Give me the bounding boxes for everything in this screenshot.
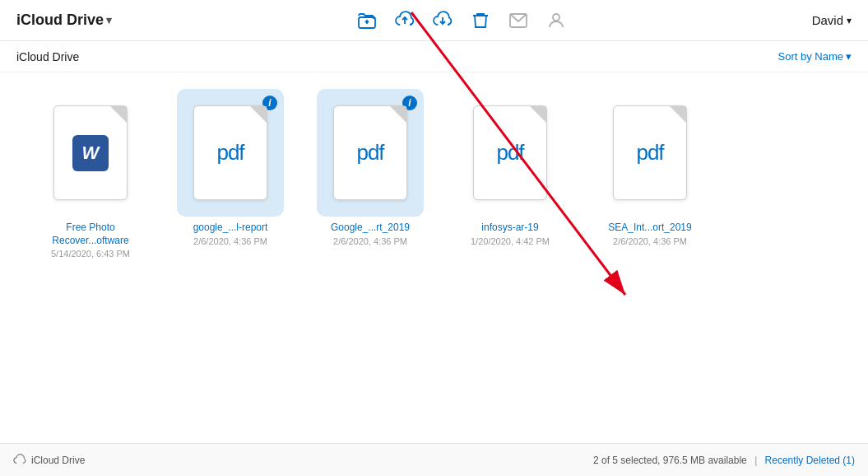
footer-icloud-label: iCloud Drive: [31, 455, 85, 466]
pdf-file-icon-4: pdf: [473, 105, 547, 200]
file-icon-wrapper-1: W: [37, 89, 144, 217]
pdf-label-4: pdf: [496, 140, 523, 166]
brand-label: iCloud Drive: [16, 12, 104, 29]
file-item-2[interactable]: i pdf google_...l-report 2/6/2020, 4:36 …: [173, 89, 288, 246]
toolbar: iCloud Drive ▾: [0, 0, 868, 41]
icloud-footer-icon: [13, 454, 26, 467]
word-badge: W: [72, 135, 109, 171]
file-name-2: google_...l-report: [193, 222, 268, 235]
delete-icon[interactable]: [471, 11, 490, 30]
file-grid: W Free PhotoRecover...oftware 5/14/2020,…: [0, 72, 868, 275]
file-icon-wrapper-2: i pdf: [177, 89, 284, 217]
file-item-3[interactable]: i pdf Google_...rt_2019 2/6/2020, 4:36 P…: [313, 89, 428, 246]
pdf-file-icon-3: pdf: [333, 105, 407, 200]
svg-point-2: [553, 14, 559, 21]
file-date-3: 2/6/2020, 4:36 PM: [333, 236, 407, 246]
upload-cloud-icon[interactable]: [395, 11, 415, 30]
folder-upload-icon[interactable]: [357, 11, 377, 30]
pdf-file-icon-5: pdf: [613, 105, 687, 200]
mail-icon[interactable]: [508, 11, 528, 30]
download-cloud-icon[interactable]: [433, 11, 453, 30]
footer-left: iCloud Drive: [13, 454, 85, 467]
sort-label: Sort by Name: [778, 50, 843, 63]
word-file-icon: W: [53, 105, 128, 200]
brand-chevron: ▾: [106, 14, 112, 26]
subheader-title: iCloud Drive: [16, 50, 79, 63]
toolbar-actions: [357, 11, 566, 30]
recently-deleted-link[interactable]: Recently Deleted (1): [765, 455, 855, 466]
sort-button[interactable]: Sort by Name ▾: [778, 50, 852, 63]
file-item-1[interactable]: W Free PhotoRecover...oftware 5/14/2020,…: [33, 89, 148, 259]
file-date-2: 2/6/2020, 4:36 PM: [193, 236, 267, 246]
sort-chevron: ▾: [846, 50, 852, 63]
file-icon-wrapper-5: pdf: [596, 89, 703, 217]
subheader: iCloud Drive Sort by Name ▾: [0, 41, 868, 72]
pdf-file-icon-2: pdf: [193, 105, 267, 200]
file-item-5[interactable]: pdf SEA_Int...ort_2019 2/6/2020, 4:36 PM: [592, 89, 708, 246]
file-item-4[interactable]: pdf infosys-ar-19 1/20/2020, 4:42 PM: [453, 89, 568, 246]
file-name-4: infosys-ar-19: [481, 222, 538, 235]
file-name-1: Free PhotoRecover...oftware: [52, 222, 128, 247]
brand[interactable]: iCloud Drive ▾: [16, 12, 112, 29]
file-date-1: 5/14/2020, 6:43 PM: [51, 249, 130, 259]
file-name-3: Google_...rt_2019: [331, 222, 410, 235]
user-name: David: [812, 13, 843, 27]
pdf-label-5: pdf: [636, 140, 663, 166]
share-person-icon[interactable]: [546, 11, 566, 30]
file-icon-wrapper-4: pdf: [457, 89, 564, 217]
file-icon-wrapper-3: i pdf: [317, 89, 424, 217]
footer: iCloud Drive 2 of 5 selected, 976.5 MB a…: [0, 443, 868, 476]
pdf-label-3: pdf: [356, 140, 383, 166]
file-date-4: 1/20/2020, 4:42 PM: [471, 236, 550, 246]
footer-right: 2 of 5 selected, 976.5 MB available | Re…: [593, 455, 855, 466]
pdf-label-2: pdf: [216, 140, 244, 166]
toolbar-left: iCloud Drive ▾: [16, 12, 112, 29]
user-menu[interactable]: David ▾: [812, 13, 852, 27]
file-name-5: SEA_Int...ort_2019: [608, 222, 691, 235]
user-chevron: ▾: [847, 15, 852, 26]
footer-divider: |: [754, 455, 757, 466]
file-date-5: 2/6/2020, 4:36 PM: [613, 236, 687, 246]
footer-status: 2 of 5 selected, 976.5 MB available: [593, 455, 747, 466]
